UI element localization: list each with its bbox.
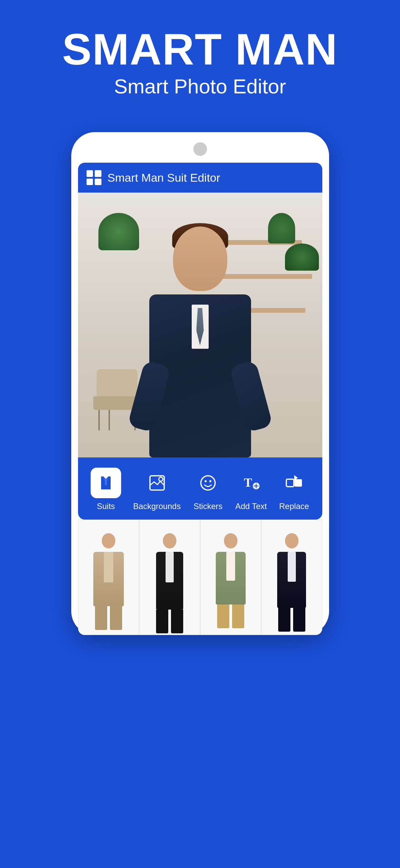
photo-area (78, 193, 322, 457)
svg-point-2 (159, 477, 163, 481)
add-text-label: Add Text (235, 502, 267, 511)
replace-label: Replace (279, 502, 309, 511)
suits-icon-wrap (91, 468, 121, 498)
header-section: SMART MAN Smart Photo Editor (0, 0, 400, 112)
stickers-icon-wrap (193, 468, 223, 498)
svg-point-4 (205, 480, 207, 482)
backgrounds-label: Backgrounds (133, 502, 181, 511)
svg-rect-0 (105, 478, 107, 485)
phone-screen: Smart Man Suit Editor (78, 163, 322, 635)
text-icon: T (242, 474, 260, 492)
app-subtitle: Smart Photo Editor (114, 75, 286, 98)
add-text-icon-wrap: T (236, 468, 266, 498)
suits-label: Suits (97, 502, 115, 511)
app-bar-title: Smart Man Suit Editor (108, 171, 221, 184)
toolbar-item-stickers[interactable]: Stickers (193, 468, 223, 511)
stickers-label: Stickers (193, 502, 222, 511)
app-title: SMART MAN (62, 27, 338, 71)
app-bar-grid-icon (87, 170, 101, 185)
toolbar: Suits Backgrounds (78, 457, 322, 520)
suit-card-2[interactable] (139, 520, 200, 635)
plant-1 (268, 213, 295, 243)
replace-icon (285, 474, 303, 492)
suit-card-1[interactable] (78, 520, 139, 635)
app-bar: Smart Man Suit Editor (78, 163, 322, 193)
head (173, 227, 227, 291)
camera-dot (193, 142, 207, 156)
toolbar-item-suits[interactable]: Suits (91, 468, 121, 511)
toolbar-items: Suits Backgrounds (85, 468, 316, 511)
phone-mockup: Smart Man Suit Editor (71, 132, 329, 635)
svg-rect-10 (286, 479, 294, 487)
background-icon (148, 474, 166, 492)
svg-point-5 (209, 480, 211, 482)
suit-icon (97, 474, 115, 492)
suit-card-3[interactable] (200, 520, 261, 635)
replace-icon-wrap (279, 468, 309, 498)
person-figure (146, 227, 254, 457)
plant-3 (285, 243, 319, 271)
svg-rect-11 (294, 479, 302, 487)
backgrounds-icon-wrap (142, 468, 172, 498)
suit-card-4[interactable] (261, 520, 322, 635)
photo-background (78, 193, 322, 457)
toolbar-item-backgrounds[interactable]: Backgrounds (133, 468, 181, 511)
suits-grid (78, 520, 322, 635)
svg-text:T: T (244, 476, 252, 489)
plant-2 (98, 213, 139, 250)
svg-point-3 (201, 476, 215, 490)
sticker-icon (199, 474, 217, 492)
toolbar-item-replace[interactable]: Replace (279, 468, 309, 511)
toolbar-item-add-text[interactable]: T Add Text (235, 468, 267, 511)
